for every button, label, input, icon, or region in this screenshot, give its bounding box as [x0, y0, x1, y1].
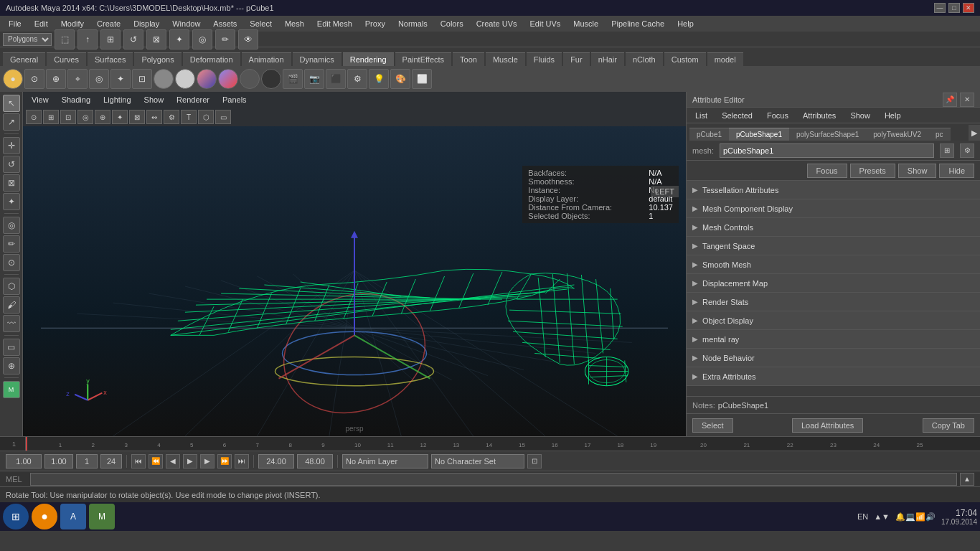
- tool-scale[interactable]: ⊠: [3, 174, 20, 192]
- vp-tool-12[interactable]: ▭: [215, 110, 231, 124]
- mesh-copy-icon[interactable]: ⊞: [940, 143, 954, 158]
- menu-colors[interactable]: Colors: [435, 18, 469, 29]
- shelf-tab-animation[interactable]: Animation: [242, 52, 291, 66]
- shelf-icon-3[interactable]: ⌖: [67, 69, 88, 89]
- ae-menu-show[interactable]: Show: [844, 110, 876, 121]
- copy-tab-button[interactable]: Copy Tab: [923, 418, 974, 433]
- anim-start-btn[interactable]: ⏮: [131, 454, 146, 468]
- char-set-field[interactable]: [431, 454, 524, 468]
- snap-icon[interactable]: ⊞: [100, 29, 121, 50]
- shelf-icon-sphere-gray[interactable]: [154, 69, 174, 89]
- tool-select2[interactable]: ↗: [3, 113, 20, 131]
- shelf-tab-fur[interactable]: Fur: [563, 52, 590, 66]
- menu-file[interactable]: File: [3, 18, 27, 29]
- vp-menu-view[interactable]: View: [26, 94, 55, 105]
- node-tab-pcube1[interactable]: pCube1: [689, 128, 729, 141]
- taskbar-app-btn[interactable]: A: [60, 504, 86, 529]
- mesh-name-input[interactable]: [720, 143, 934, 158]
- attr-pin-btn[interactable]: 📌: [943, 93, 957, 107]
- section-render-stats[interactable]: ▶ Render Stats: [687, 293, 980, 311]
- section-tessellation[interactable]: ▶ Tessellation Attributes: [687, 181, 980, 199]
- soft-icon[interactable]: ◎: [192, 29, 212, 50]
- section-mesh-controls[interactable]: ▶ Mesh Controls: [687, 218, 980, 237]
- ae-menu-selected[interactable]: Selected: [716, 110, 758, 121]
- section-tangent[interactable]: ▶ Tangent Space: [687, 237, 980, 255]
- hide-button[interactable]: Hide: [939, 164, 974, 178]
- start-frame-field[interactable]: [6, 454, 42, 468]
- vp-tool-2[interactable]: ⊞: [43, 110, 59, 124]
- tool-snap[interactable]: ⊕: [3, 357, 20, 375]
- menu-create[interactable]: Create: [91, 18, 126, 29]
- shelf-icon-sphere-dark[interactable]: [240, 69, 260, 89]
- char-set-icon[interactable]: ⊡: [527, 454, 542, 468]
- shelf-tab-fluids[interactable]: Fluids: [527, 52, 562, 66]
- node-tab-polysurface[interactable]: polySurfaceShape1: [789, 128, 866, 141]
- section-node-behavior[interactable]: ▶ Node Behavior: [687, 349, 980, 367]
- taskbar-browser-btn[interactable]: ●: [32, 504, 57, 529]
- tool-lasso[interactable]: ⬡: [3, 278, 20, 295]
- tool-rotate[interactable]: ↺: [3, 156, 20, 173]
- shelf-icon-lighting[interactable]: 💡: [369, 69, 389, 89]
- menu-proxy[interactable]: Proxy: [359, 18, 391, 29]
- current-frame-field[interactable]: [44, 454, 73, 468]
- menu-mesh[interactable]: Mesh: [279, 18, 310, 29]
- vp-tool-11[interactable]: ⬡: [198, 110, 214, 124]
- anim-play-btn[interactable]: ▶: [200, 454, 215, 468]
- node-tab-pc[interactable]: pc: [928, 128, 951, 141]
- close-btn[interactable]: ✕: [963, 3, 974, 13]
- presets-button[interactable]: Presets: [850, 164, 895, 178]
- taskbar-maya-btn[interactable]: M: [89, 504, 115, 529]
- vp-tool-6[interactable]: ✦: [112, 110, 128, 124]
- vp-menu-renderer[interactable]: Renderer: [171, 94, 215, 105]
- viewport[interactable]: View Shading Lighting Show Renderer Pane…: [23, 92, 686, 436]
- menu-createuvs[interactable]: Create UVs: [471, 18, 523, 29]
- vp-tool-1[interactable]: ⊙: [26, 110, 42, 124]
- shelf-tab-deformation[interactable]: Deformation: [183, 52, 240, 66]
- shelf-tab-curves[interactable]: Curves: [47, 52, 86, 66]
- taskbar-start-btn[interactable]: ⊞: [3, 504, 29, 529]
- menu-help[interactable]: Help: [672, 18, 699, 29]
- end-frame-field[interactable]: [258, 454, 294, 468]
- shelf-icon-ipr[interactable]: ⬛: [326, 69, 346, 89]
- anim-next-btn[interactable]: ⏩: [217, 454, 232, 468]
- tool-maya-logo[interactable]: M: [3, 381, 20, 398]
- shelf-tab-general[interactable]: General: [3, 52, 45, 66]
- timeline[interactable]: 1 123 456 789 101112 131415 161718 19: [0, 436, 980, 451]
- vp-tool-7[interactable]: ⊠: [129, 110, 145, 124]
- vp-tool-3[interactable]: ⊡: [60, 110, 76, 124]
- shelf-icon-paint[interactable]: 🎨: [390, 69, 410, 89]
- maximize-btn[interactable]: □: [948, 3, 960, 13]
- ae-menu-focus[interactable]: Focus: [761, 110, 794, 121]
- node-tab-arrow[interactable]: ▶: [969, 125, 980, 141]
- tool-paint[interactable]: 🖌: [3, 296, 20, 314]
- section-displacement[interactable]: ▶ Displacement Map: [687, 274, 980, 293]
- anim-step-fwd-btn[interactable]: ▶: [183, 454, 197, 468]
- select-icon[interactable]: ⬚: [55, 29, 75, 50]
- section-mental-ray[interactable]: ▶ mental ray: [687, 330, 980, 349]
- mel-expand-btn[interactable]: ▲: [960, 473, 974, 486]
- shelf-icon-4[interactable]: ◎: [89, 69, 109, 89]
- timeline-ticks[interactable]: 123 456 789 101112 131415 161718 19: [26, 437, 683, 451]
- brush-icon[interactable]: ✏: [215, 29, 235, 50]
- vp-tool-4[interactable]: ◎: [77, 110, 93, 124]
- shelf-icon-sphere-darker[interactable]: [261, 69, 281, 89]
- vp-tool-8[interactable]: ↭: [146, 110, 162, 124]
- universal-icon[interactable]: ✦: [169, 29, 189, 50]
- shelf-tab-custom[interactable]: Custom: [664, 52, 706, 66]
- vp-tool-10[interactable]: T: [181, 110, 197, 124]
- shelf-icon-sphere-2[interactable]: [218, 69, 238, 89]
- menu-select[interactable]: Select: [244, 18, 278, 29]
- mode-dropdown[interactable]: Polygons: [3, 33, 52, 46]
- minimize-btn[interactable]: —: [934, 3, 946, 13]
- shelf-icon-extra[interactable]: ⬜: [412, 69, 432, 89]
- anim-prev-btn[interactable]: ⏪: [149, 454, 163, 468]
- menu-assets[interactable]: Assets: [207, 18, 242, 29]
- ae-menu-list[interactable]: List: [689, 110, 713, 121]
- shelf-icon-sphere-light[interactable]: [175, 69, 195, 89]
- menu-modify[interactable]: Modify: [55, 18, 90, 29]
- shelf-tab-muscle[interactable]: Muscle: [486, 52, 525, 66]
- node-tab-pcubeshape1[interactable]: pCubeShape1: [729, 128, 789, 141]
- ae-menu-attributes[interactable]: Attributes: [797, 110, 842, 121]
- tool-crease[interactable]: 〰: [3, 315, 20, 332]
- shelf-icon-sun[interactable]: ●: [3, 69, 23, 89]
